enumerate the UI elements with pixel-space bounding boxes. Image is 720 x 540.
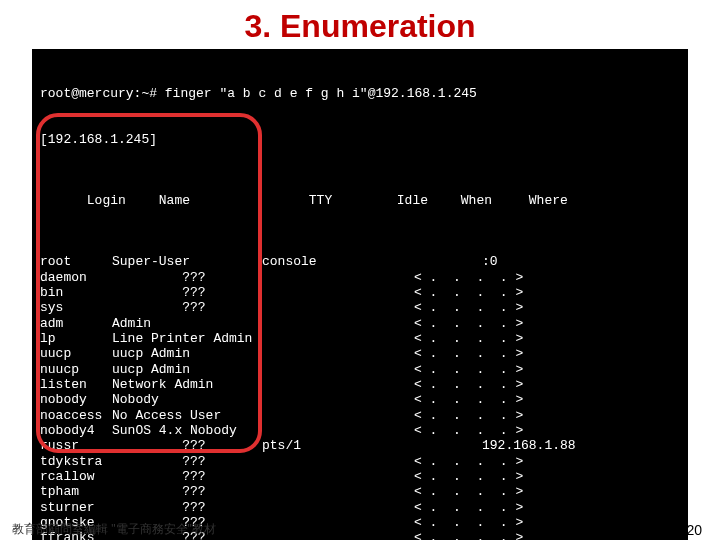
cell-login: bin <box>40 285 112 300</box>
cell-name: ??? <box>112 285 262 300</box>
cell-login: rcallow <box>40 469 112 484</box>
cell-login: noaccess <box>40 408 112 423</box>
cell-name: SunOS 4.x Nobody <box>112 423 262 438</box>
cell-login: nobody4 <box>40 423 112 438</box>
cell-when: < . . . . > <box>414 300 482 315</box>
footer-right: 13 - 20 <box>658 522 702 538</box>
cell-name: uucp Admin <box>112 362 262 377</box>
cell-name: ??? <box>112 500 262 515</box>
table-row: uucpuucp Admin< . . . . > <box>40 346 680 361</box>
cell-when: < . . . . > <box>414 454 482 469</box>
cell-when: < . . . . > <box>414 530 482 540</box>
rows-container: rootSuper-Userconsole:0daemon ???< . . .… <box>40 254 680 540</box>
table-row: noaccessNo Access User< . . . . > <box>40 408 680 423</box>
slide-title: 3. Enumeration <box>0 8 720 45</box>
cell-login: nobody <box>40 392 112 407</box>
table-row: nobody4SunOS 4.x Nobody< . . . . > <box>40 423 680 438</box>
table-row: bin ???< . . . . > <box>40 285 680 300</box>
col-when: When <box>461 193 529 208</box>
cell-login: lp <box>40 331 112 346</box>
cell-login: nuucp <box>40 362 112 377</box>
cell-where: :0 <box>482 254 498 269</box>
cell-when: < . . . . > <box>414 423 482 438</box>
cell-when: < . . . . > <box>414 469 482 484</box>
table-row: russr ???pts/1192.168.1.88 <box>40 438 680 453</box>
cell-when: < . . . . > <box>414 346 482 361</box>
cell-name: ??? <box>112 454 262 469</box>
cell-name: uucp Admin <box>112 346 262 361</box>
cell-name: Admin <box>112 316 262 331</box>
cell-when: < . . . . > <box>414 484 482 499</box>
col-where: Where <box>529 193 568 208</box>
table-row: rcallow ???< . . . . > <box>40 469 680 484</box>
cell-login: uucp <box>40 346 112 361</box>
table-row: tpham ???< . . . . > <box>40 484 680 499</box>
host-line: [192.168.1.245] <box>40 132 680 147</box>
table-row: nobodyNobody< . . . . > <box>40 392 680 407</box>
cell-name: Super-User <box>112 254 262 269</box>
cell-name: Network Admin <box>112 377 262 392</box>
table-row: sturner ???< . . . . > <box>40 500 680 515</box>
cell-name: ??? <box>112 270 262 285</box>
cell-login: russr <box>40 438 112 453</box>
cell-login: tdykstra <box>40 454 112 469</box>
table-row: lpLine Printer Admin< . . . . > <box>40 331 680 346</box>
cell-when: < . . . . > <box>414 331 482 346</box>
cell-when: < . . . . > <box>414 515 482 530</box>
col-idle: Idle <box>397 193 461 208</box>
terminal-window: root@mercury:~# finger "a b c d e f g h … <box>32 49 688 540</box>
cell-login: adm <box>40 316 112 331</box>
table-row: nuucpuucp Admin< . . . . > <box>40 362 680 377</box>
cell-name: ??? <box>112 300 262 315</box>
cell-name: ??? <box>112 469 262 484</box>
cell-when: < . . . . > <box>414 377 482 392</box>
table-row: listenNetwork Admin< . . . . > <box>40 377 680 392</box>
cell-login: sturner <box>40 500 112 515</box>
cell-name: ??? <box>112 484 262 499</box>
cell-name: Line Printer Admin <box>112 331 262 346</box>
cell-name: No Access User <box>112 408 262 423</box>
cell-when: < . . . . > <box>414 408 482 423</box>
table-row: admAdmin< . . . . > <box>40 316 680 331</box>
cell-when: < . . . . > <box>414 392 482 407</box>
cell-name: ??? <box>112 438 262 453</box>
cell-tty: console <box>262 254 350 269</box>
cell-name: Nobody <box>112 392 262 407</box>
cell-login: sys <box>40 300 112 315</box>
table-row: daemon ???< . . . . > <box>40 270 680 285</box>
header-row: LoginNameTTYIdleWhenWhere <box>40 178 680 224</box>
col-name: Name <box>159 193 309 208</box>
table-row: sys ???< . . . . > <box>40 300 680 315</box>
cell-when: < . . . . > <box>414 285 482 300</box>
cell-when: < . . . . > <box>414 362 482 377</box>
table-row: tdykstra ???< . . . . > <box>40 454 680 469</box>
col-tty: TTY <box>309 193 397 208</box>
cell-when: < . . . . > <box>414 500 482 515</box>
cell-login: root <box>40 254 112 269</box>
cell-login: daemon <box>40 270 112 285</box>
footer-left: 教育部顧問室編輯 "電子商務安全"教材 <box>12 521 216 538</box>
cell-where: 192.168.1.88 <box>482 438 576 453</box>
col-login: Login <box>87 193 159 208</box>
cell-when: < . . . . > <box>414 270 482 285</box>
cell-when: < . . . . > <box>414 316 482 331</box>
cell-login: listen <box>40 377 112 392</box>
cmd-line: root@mercury:~# finger "a b c d e f g h … <box>40 86 680 101</box>
cell-tty: pts/1 <box>262 438 350 453</box>
cell-login: tpham <box>40 484 112 499</box>
table-row: rootSuper-Userconsole:0 <box>40 254 680 269</box>
